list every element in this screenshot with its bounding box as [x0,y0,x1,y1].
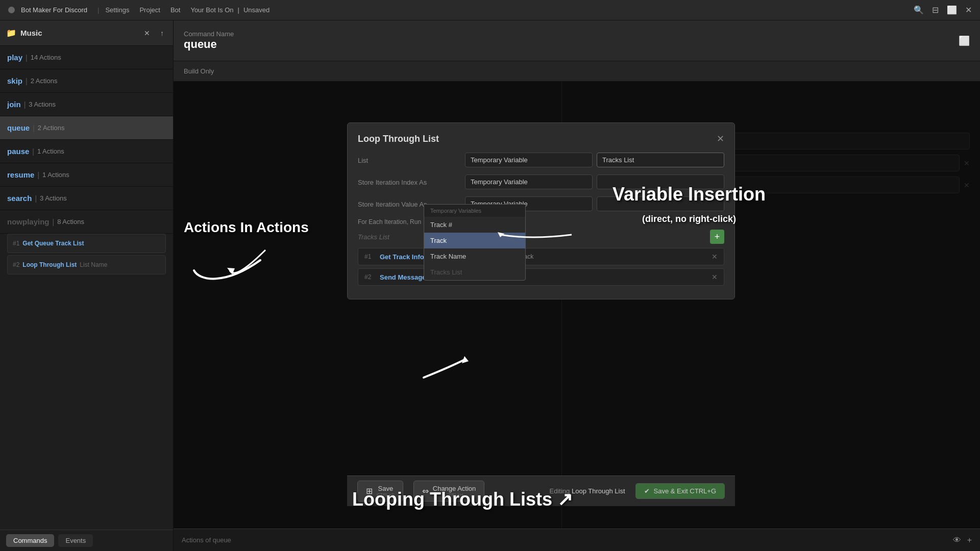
titlebar-nav: Settings Project Bot [105,6,180,14]
build-only-bar: Build Only [174,61,980,82]
folder-icon: 📁 [6,28,16,38]
for-each-label: For Each Iteration, Run [358,218,724,226]
save-exit-label: Save & Exit CTRL+G [654,487,716,495]
sidebar-sub-items: #1 Get Queue Track List #2 Loop Through … [0,234,173,281]
app-name: Bot Maker For Discord [21,6,87,14]
dialog-value-row: Store Iteration Value As [358,196,724,211]
sidebar-item-pause[interactable]: pause | 1 Actions [0,140,173,163]
bottom-bar-right: 👁 + [953,536,972,545]
titlebar-status: Your Bot Is On | Unsaved [190,6,270,14]
sidebar: 📁 Music ✕ ↑ play | 14 Actions skip | 2 A… [0,20,174,551]
titlebar: Bot Maker For Discord | Settings Project… [0,0,980,20]
dropdown-item-track[interactable]: Track [424,233,525,248]
sidebar-sub-item-2[interactable]: #2 Loop Through List List Name [7,255,166,274]
dialog-list-row: List [358,153,724,167]
bottom-bar: Actions of queue 👁 + [174,529,980,551]
dropdown-item-track-hash[interactable]: Track # [424,217,525,233]
dropdown-list: Temporary Variables Track # Track Track … [424,204,526,281]
bottom-bar-label: Actions of queue [182,536,231,544]
save-exit-icon: ✔ [644,487,650,495]
dropdown-item-track-name[interactable]: Track Name [424,248,525,264]
action-close-2[interactable]: ✕ [712,273,718,281]
loop-dialog-title: Loop Through List [358,134,439,144]
dialog-actions-add-btn[interactable]: + [710,230,724,244]
sidebar-item-play[interactable]: play | 14 Actions [0,46,173,69]
dialog-value-value-input[interactable] [597,196,724,211]
dialog-index-inputs [465,174,724,189]
dialog-list-value-input[interactable] [597,153,724,167]
tab-commands[interactable]: Commands [6,534,54,547]
dialog-list-inputs [465,153,724,167]
maximize-icon[interactable]: ⬜ [947,5,957,15]
cmd-header-right: ⬜ [959,35,970,46]
save-label: Save CTRL+S [377,485,395,497]
sidebar-item-search[interactable]: search | 3 Actions [0,187,173,210]
build-only-text: Build Only [184,67,214,75]
save-icon: ⊞ [366,486,373,496]
dropdown-section-label: Temporary Variables [424,205,525,217]
action-close-1[interactable]: ✕ [712,253,718,261]
close-icon[interactable]: ✕ [965,5,972,15]
change-icon: ⇔ [422,486,429,496]
cmd-name-value: queue [184,38,234,51]
change-label: Change Action CTRL+H [433,485,476,497]
right-panel: Command Name queue ⬜ Build Only ✕ [174,20,980,551]
bot-status: Your Bot Is On [190,6,233,14]
loop-dialog-header: Loop Through List ✕ [358,133,724,144]
search-icon[interactable]: 🔍 [914,5,924,15]
sidebar-up-btn[interactable]: ↑ [157,28,167,38]
save-button[interactable]: ⊞ Save CTRL+S [357,481,403,502]
dialog-actions-header: Tracks List + [358,230,724,244]
minimize-icon[interactable]: ⊟ [932,5,939,15]
sidebar-header-right: ✕ ↑ [141,28,167,38]
action-row-2: #2 Send Message Content: Track #$tempVar… [358,268,724,286]
main-layout: 📁 Music ✕ ↑ play | 14 Actions skip | 2 A… [0,20,980,551]
dialog-index-type-input[interactable] [465,174,593,189]
dialog-actions-label: Tracks List [358,233,389,241]
loop-dialog: Loop Through List ✕ List Store Iteration… [347,122,735,299]
sidebar-item-join[interactable]: join | 3 Actions [0,93,173,116]
actions-area: ✕ ✕ Loop Through List ✕ List [174,82,980,529]
sidebar-item-resume[interactable]: resume | 1 Actions [0,163,173,187]
cmd-header: Command Name queue ⬜ [174,20,980,61]
nav-bot[interactable]: Bot [170,6,181,14]
unsaved-label: Unsaved [243,6,270,14]
sidebar-item-queue[interactable]: queue | 2 Actions [0,116,173,140]
sidebar-item-nowplaying[interactable]: nowplaying | 8 Actions [0,210,173,234]
dialog-list-type-input[interactable] [465,153,593,167]
tab-events[interactable]: Events [58,534,93,547]
save-bar: ⊞ Save CTRL+S ⇔ Change Action CTRL+H Edi… [347,475,735,506]
cmd-expand-btn[interactable]: ⬜ [959,35,970,46]
loop-dialog-close-btn[interactable]: ✕ [717,133,724,144]
cmd-name-label: Command Name [184,30,234,38]
add-action-btn[interactable]: + [967,536,972,545]
dialog-index-value-input[interactable] [597,174,724,189]
window-dot [8,7,15,13]
save-exit-button[interactable]: ✔ Save & Exit CTRL+G [635,483,725,499]
sidebar-close-btn[interactable]: ✕ [141,28,153,38]
sidebar-item-skip[interactable]: skip | 2 Actions [0,69,173,93]
editing-label: Editing Loop Through List [550,487,625,495]
sidebar-header: 📁 Music ✕ ↑ [0,20,173,46]
action-row-1: #1 Get Track Info Store Track Temporary … [358,248,724,265]
sidebar-tabs: Commands Events [0,530,173,551]
sidebar-list: play | 14 Actions skip | 2 Actions join … [0,46,173,530]
sidebar-title: Music [20,29,42,37]
cmd-name-block: Command Name queue [184,30,234,51]
nav-project[interactable]: Project [139,6,160,14]
nav-settings[interactable]: Settings [105,6,129,14]
sidebar-sub-item-1[interactable]: #1 Get Queue Track List [7,234,166,253]
dialog-index-label: Store Iteration Index As [358,174,460,186]
change-action-button[interactable]: ⇔ Change Action CTRL+H [413,481,485,502]
dialog-index-row: Store Iteration Index As [358,174,724,189]
titlebar-controls: 🔍 ⊟ ⬜ ✕ [914,5,972,15]
preview-icon[interactable]: 👁 [953,536,961,545]
dropdown-item-tracks-list[interactable]: Tracks List [424,264,525,280]
dialog-list-label: List [358,153,460,164]
